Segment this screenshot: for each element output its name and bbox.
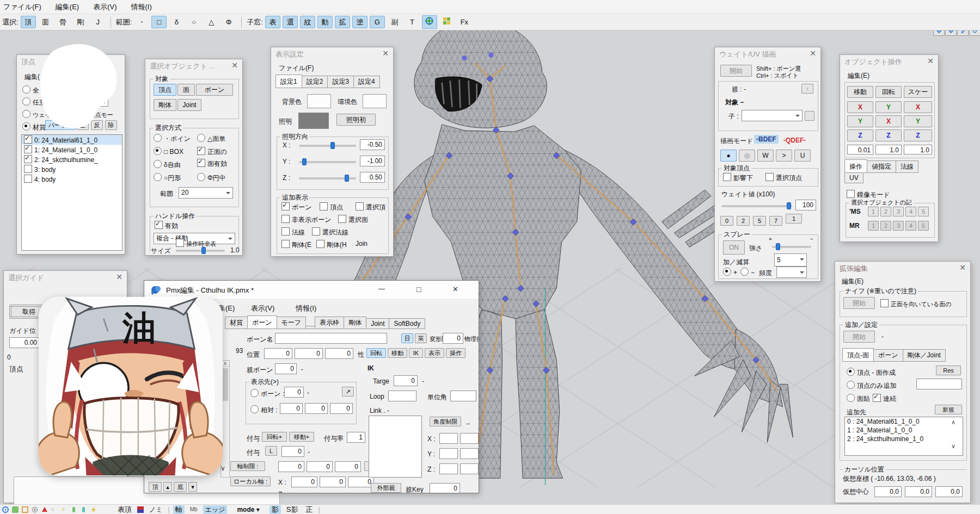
select-vertex-toggle[interactable]: 頂: [21, 16, 36, 28]
angle-x2-field[interactable]: [460, 433, 479, 444]
radio-point[interactable]: ・ポイン: [154, 134, 191, 144]
tab-joint[interactable]: Joint: [366, 318, 389, 329]
subwin-sub-toggle[interactable]: 副: [387, 16, 402, 28]
subwin-pattern-toggle[interactable]: 紋: [300, 16, 315, 28]
check-hide-on-operate[interactable]: 操作時非表: [176, 239, 216, 248]
local-x1-field[interactable]: 0: [291, 476, 317, 487]
tab-settings4[interactable]: 設定4: [353, 76, 380, 88]
pos-x-field[interactable]: 0: [264, 348, 292, 359]
angle-x1-field[interactable]: [439, 433, 458, 444]
en-toggle[interactable]: 英: [415, 333, 427, 343]
virtual-center-x[interactable]: 0.0: [874, 486, 902, 497]
tab-bone[interactable]: ボーン: [247, 315, 277, 329]
brush-gt-button[interactable]: >: [776, 150, 792, 162]
target-face-button[interactable]: 面: [177, 84, 195, 96]
ik-loop-field[interactable]: [388, 391, 416, 401]
close-icon[interactable]: ✕: [382, 49, 389, 58]
lightning-icon[interactable]: [90, 506, 97, 513]
virtual-center-y[interactable]: 0.0: [905, 486, 932, 497]
material-list-item[interactable]: 1: 24_Material_1_0_0: [22, 145, 122, 154]
radio-free[interactable]: δ自由: [154, 160, 181, 170]
pmx-menu-view[interactable]: 表示(V): [251, 304, 274, 313]
tab-settings1[interactable]: 設定1: [275, 75, 302, 88]
axislim-z-field[interactable]: 0: [335, 461, 361, 472]
light-y-slider[interactable]: [299, 161, 356, 163]
shadow-toggle[interactable]: 影: [270, 505, 281, 514]
material-list-item[interactable]: 2: 24_skcthulhumine_: [22, 154, 122, 164]
rotate-step-field[interactable]: 1.0: [875, 145, 902, 154]
scale-x-button[interactable]: X: [904, 101, 932, 113]
angle-limit-button[interactable]: 角度制限: [430, 417, 461, 426]
prop-display-toggle[interactable]: 表示: [425, 348, 444, 358]
light-color-swatch[interactable]: [298, 113, 329, 129]
tab-settings3[interactable]: 設定3: [327, 76, 354, 88]
env-color-swatch[interactable]: [363, 94, 387, 108]
extedit-edit-menu[interactable]: 編集(E): [842, 277, 863, 286]
check-normal[interactable]: 法線: [281, 227, 305, 237]
grid-quad-icon[interactable]: [439, 15, 455, 29]
target-vertex-button[interactable]: 頂点: [154, 84, 176, 96]
tab-display-frame[interactable]: 表示枠: [315, 317, 344, 329]
weight-value-slider[interactable]: [721, 205, 792, 207]
dest-list-item[interactable]: 0 : 24_Material61_1_0_0: [845, 417, 963, 426]
grant-rotate-button[interactable]: 回転+: [262, 432, 287, 442]
light-y-value[interactable]: -1.00: [360, 156, 385, 166]
check-hidden-bone[interactable]: 非表示ボーン: [281, 215, 332, 225]
ms-3-button[interactable]: 3: [893, 207, 904, 216]
to-bottom-button[interactable]: 底: [174, 482, 187, 492]
rel-z-field[interactable]: 0: [330, 403, 353, 414]
top-spin-icon[interactable]: ▴: [163, 482, 172, 492]
ik-link-listbox[interactable]: [369, 416, 422, 478]
bg-color-swatch[interactable]: [307, 94, 331, 108]
new-material-button[interactable]: 新規: [935, 405, 962, 414]
tab-softbody[interactable]: SoftBody: [389, 318, 425, 329]
panel-titlebar[interactable]: 選択オブジェクト ...✕: [145, 59, 242, 72]
radio-face-unit[interactable]: △面単: [197, 134, 225, 144]
minimize-icon[interactable]: —: [378, 285, 385, 293]
rel-y-field[interactable]: 0: [305, 403, 328, 414]
dest-scroll-up-icon[interactable]: ∧: [951, 419, 955, 426]
material-list-item[interactable]: 0: 24_Material61_1_0: [22, 135, 122, 145]
close-icon[interactable]: ✕: [959, 263, 966, 272]
select-joint-toggle[interactable]: J: [90, 16, 106, 28]
preset-0-button[interactable]: 0: [720, 216, 733, 226]
brush-ring-button[interactable]: ◎: [739, 150, 755, 162]
light-x-value[interactable]: -0.50: [360, 139, 385, 150]
spray-strength-slider[interactable]: [772, 246, 811, 248]
local-x2-field[interactable]: 0: [320, 476, 346, 487]
display-file-menu[interactable]: ファイル(F): [279, 64, 314, 73]
to-top-button[interactable]: 頂: [149, 482, 162, 492]
grant-move-button[interactable]: 移動+: [289, 432, 314, 442]
tab-rigid-joint[interactable]: 剛体／Joint: [903, 349, 946, 362]
move-x-button[interactable]: X: [847, 101, 873, 113]
light-z-value[interactable]: 0.50: [360, 172, 385, 183]
check-continuous[interactable]: 連続: [873, 394, 896, 404]
add-dest-listbox[interactable]: 0 : 24_Material61_1_0_0 1 : 24_Material_…: [844, 417, 963, 456]
move-z-button[interactable]: Z: [847, 129, 873, 141]
axislim-x-field[interactable]: 0: [278, 461, 304, 472]
dest-pick-button[interactable]: ↗: [342, 387, 354, 397]
radio-circle-center[interactable]: Φ円中: [197, 173, 226, 183]
guide-pos-field[interactable]: 0.00: [9, 337, 40, 348]
res-button[interactable]: Res: [936, 366, 961, 375]
subwin-display-toggle[interactable]: 表: [265, 16, 280, 28]
radio-box[interactable]: □ BOX: [154, 147, 183, 156]
rotate-z-button[interactable]: Z: [875, 129, 902, 141]
tab-value[interactable]: 値指定: [867, 160, 896, 173]
check-selvert-display[interactable]: 選択頂: [356, 202, 385, 212]
material-listbox[interactable]: 0: 24_Material61_1_0 1: 24_Material_1_0_…: [21, 134, 122, 251]
green-pill-icon[interactable]: [71, 506, 77, 513]
spray-on-button[interactable]: ON: [723, 240, 745, 255]
tab-operate[interactable]: 操作: [844, 159, 867, 173]
range-circle-toggle[interactable]: ○: [186, 16, 201, 28]
tab-rigid[interactable]: 剛体: [344, 317, 366, 329]
parent-bone-field[interactable]: 0: [275, 363, 297, 374]
self-shadow-toggle[interactable]: S影: [284, 505, 301, 514]
jp-toggle[interactable]: 日: [401, 333, 413, 343]
bdef-mode-toggle[interactable]: -BDEF: [754, 135, 779, 144]
ik-target-field[interactable]: 0: [394, 375, 418, 386]
scale-button[interactable]: スケー: [904, 86, 932, 98]
angle-y1-field[interactable]: [439, 448, 458, 459]
axis-limit-caret[interactable]: ∨: [220, 465, 225, 472]
move-y-button[interactable]: Y: [847, 115, 873, 127]
